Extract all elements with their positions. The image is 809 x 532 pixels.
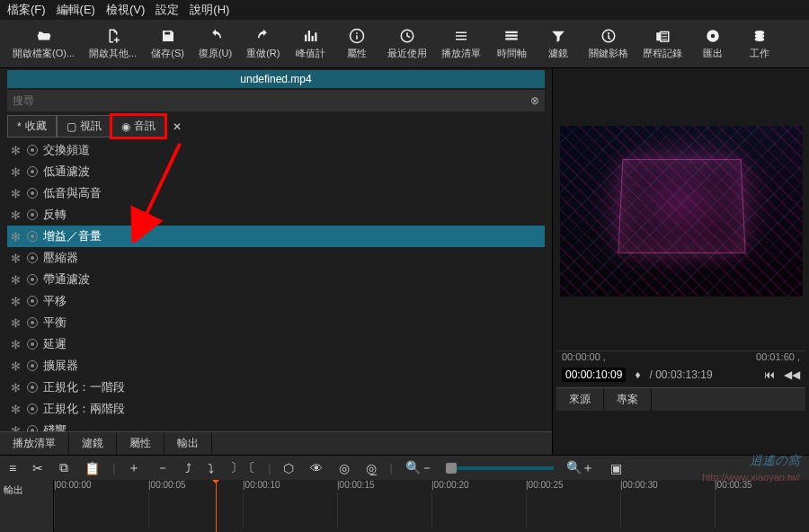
tool-info[interactable]: 屬性: [335, 23, 378, 64]
scrub-icon[interactable]: 👁: [307, 459, 326, 477]
filter-item[interactable]: ✻平衡: [7, 312, 545, 333]
file-plus-icon: [105, 27, 121, 45]
tool-label: 匯出: [703, 47, 723, 60]
ripple-all-icon[interactable]: ◎̲: [362, 459, 380, 477]
add-icon[interactable]: ＋: [124, 458, 144, 478]
favorite-star-icon[interactable]: ✻: [11, 338, 22, 351]
menu-help[interactable]: 說明(H): [190, 2, 229, 18]
filter-item[interactable]: ✻正規化：一階段: [7, 377, 545, 398]
favorite-star-icon[interactable]: ✻: [11, 316, 22, 330]
filter-item[interactable]: ✻交換頻道: [7, 139, 545, 161]
filter-item[interactable]: ✻反轉: [7, 204, 545, 226]
favorite-star-icon[interactable]: ✻: [11, 403, 22, 416]
tool-save[interactable]: 儲存(S): [146, 23, 190, 64]
filter-item[interactable]: ✻正規化：兩階段: [7, 398, 545, 420]
filter-label: 正規化：兩階段: [43, 401, 125, 417]
keyframe-icon: [600, 27, 617, 45]
zoom-slider[interactable]: [446, 466, 554, 470]
filter-item[interactable]: ✻平移: [7, 290, 545, 312]
peak-icon: [302, 27, 318, 45]
clear-search-icon[interactable]: ⊗: [530, 94, 539, 107]
timecode-divider-icon: ♦: [635, 368, 640, 381]
favorite-star-icon[interactable]: ✻: [11, 230, 22, 244]
filter-tab-0[interactable]: *收藏: [7, 115, 57, 137]
tool-peak[interactable]: 峰值計: [289, 23, 332, 64]
favorite-star-icon[interactable]: ✻: [11, 165, 22, 179]
favorite-star-icon[interactable]: ✻: [11, 295, 22, 308]
panel-tab-1[interactable]: 濾鏡: [69, 432, 117, 455]
list-icon: [453, 27, 469, 45]
favorite-star-icon[interactable]: ✻: [11, 359, 22, 373]
zoom-fit-icon[interactable]: ▣: [607, 459, 626, 477]
skip-start-icon[interactable]: ⏮: [764, 368, 775, 381]
menu-settings[interactable]: 設定: [156, 2, 179, 18]
filter-tab-1[interactable]: ▢視訊: [57, 115, 111, 137]
tool-file-plus[interactable]: 開啟其他...: [84, 23, 142, 64]
filter-item[interactable]: ✻增益／音量: [7, 226, 545, 247]
copy-icon[interactable]: ⧉: [56, 458, 72, 477]
filter-item[interactable]: ✻低音與高音: [7, 182, 545, 204]
tool-jobs[interactable]: 工作: [738, 23, 781, 64]
favorite-star-icon[interactable]: ✻: [11, 144, 22, 157]
menu-edit[interactable]: 編輯(E): [57, 2, 95, 18]
menu-icon[interactable]: ≡: [5, 459, 20, 477]
preview-time-ruler[interactable]: 00:00:00 , 00:01:60 ,: [556, 350, 805, 362]
watermark-text: 逍遙の窩: [750, 453, 800, 469]
timeline[interactable]: 輸出 |00:00:00|00:00:05|00:00:10|00:00:15|…: [0, 480, 809, 532]
panel-tab-2[interactable]: 屬性: [117, 432, 164, 455]
favorite-star-icon[interactable]: ✻: [11, 273, 22, 287]
favorite-star-icon[interactable]: ✻: [11, 381, 22, 395]
source-project-tabs: 來源 專案: [556, 387, 805, 411]
filter-list[interactable]: ✻交換頻道✻低通濾波✻低音與高音✻反轉✻增益／音量✻壓縮器✻帶通濾波✻平移✻平衡…: [7, 139, 545, 431]
filter-item[interactable]: ✻殘響: [7, 420, 545, 431]
paste-icon[interactable]: 📋: [81, 459, 103, 477]
tool-clock[interactable]: 最近使用: [382, 23, 432, 64]
filter-label: 交換頻道: [43, 142, 90, 158]
timecode-display[interactable]: 00:00:10:09: [562, 368, 626, 382]
tool-filter[interactable]: 濾鏡: [537, 23, 580, 64]
ruler-tick: |00:00:10: [243, 480, 280, 490]
filter-item[interactable]: ✻擴展器: [7, 355, 545, 377]
search-input[interactable]: [13, 94, 530, 107]
close-tab-icon[interactable]: ✕: [169, 120, 185, 133]
playhead[interactable]: [216, 480, 217, 532]
timeline-ruler[interactable]: |00:00:00|00:00:05|00:00:10|00:00:15|00:…: [54, 480, 809, 532]
filter-item[interactable]: ✻低通濾波: [7, 161, 545, 182]
tool-folder-open[interactable]: 開啟檔案(O)...: [7, 23, 80, 64]
tool-keyframe[interactable]: 關鍵影格: [583, 23, 634, 64]
filter-item[interactable]: ✻壓縮器: [7, 247, 545, 269]
tool-list[interactable]: 播放清單: [436, 23, 486, 64]
tool-history[interactable]: 歷程記錄: [637, 23, 688, 64]
remove-icon[interactable]: －: [153, 458, 173, 478]
tool-undo[interactable]: 復原(U): [193, 23, 237, 64]
split-icon[interactable]: 〕〔: [227, 458, 259, 478]
filter-item[interactable]: ✻延遲: [7, 333, 545, 355]
tab-source[interactable]: 來源: [556, 388, 604, 411]
zoom-in-icon[interactable]: 🔍＋: [563, 458, 598, 478]
menu-view[interactable]: 檢視(V): [106, 2, 145, 18]
favorite-star-icon[interactable]: ✻: [11, 208, 22, 222]
favorite-star-icon[interactable]: ✻: [11, 187, 22, 200]
snap-icon[interactable]: ⬡: [280, 459, 298, 477]
favorite-star-icon[interactable]: ✻: [11, 424, 22, 432]
zoom-out-icon[interactable]: 🔍－: [402, 458, 437, 478]
tab-project[interactable]: 專案: [604, 388, 652, 411]
panel-tab-0[interactable]: 播放清單: [0, 432, 69, 455]
video-preview[interactable]: [560, 126, 803, 297]
lift-icon[interactable]: ⤴: [182, 459, 195, 477]
prev-frame-icon[interactable]: ◀◀: [784, 368, 800, 381]
filter-item[interactable]: ✻帶通濾波: [7, 269, 545, 290]
tool-label: 復原(U): [199, 47, 232, 60]
cut-icon[interactable]: ✂: [29, 459, 47, 477]
overwrite-icon[interactable]: ⤵: [204, 459, 218, 477]
panel-tab-3[interactable]: 輸出: [164, 432, 212, 455]
tool-timeline[interactable]: 時間軸: [490, 23, 533, 64]
filter-tab-2[interactable]: ◉音訊: [111, 115, 165, 137]
tool-export[interactable]: 匯出: [691, 23, 734, 64]
ripple-icon[interactable]: ◎: [335, 459, 353, 477]
tool-label: 歷程記錄: [643, 47, 682, 60]
menu-file[interactable]: 檔案(F): [7, 2, 46, 18]
track-header-output[interactable]: 輸出: [0, 480, 54, 532]
favorite-star-icon[interactable]: ✻: [11, 252, 22, 265]
tool-redo[interactable]: 重做(R): [241, 23, 285, 64]
